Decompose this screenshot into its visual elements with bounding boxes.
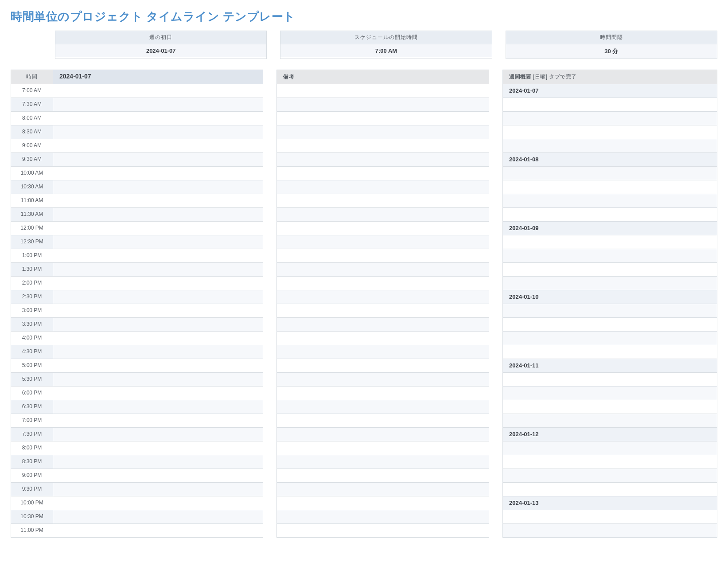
week-day-row[interactable] [503, 469, 717, 483]
notes-row[interactable] [277, 428, 489, 441]
notes-row[interactable] [277, 84, 489, 98]
week-day-row[interactable] [503, 194, 717, 208]
schedule-cell[interactable] [53, 290, 263, 304]
notes-row[interactable] [277, 373, 489, 387]
schedule-cell[interactable] [53, 125, 263, 139]
notes-row[interactable] [277, 153, 489, 167]
schedule-cell[interactable] [53, 428, 263, 441]
week-day-row[interactable] [503, 414, 717, 428]
notes-row[interactable] [277, 345, 489, 359]
schedule-cell[interactable] [53, 496, 263, 510]
notes-row[interactable] [277, 263, 489, 277]
time-label: 4:30 PM [11, 345, 53, 359]
schedule-cell[interactable] [53, 510, 263, 524]
notes-row[interactable] [277, 414, 489, 428]
schedule-cell[interactable] [53, 98, 263, 112]
time-column-header: 時間 [11, 70, 53, 84]
notes-row[interactable] [277, 180, 489, 194]
notes-row[interactable] [277, 510, 489, 524]
week-day-row[interactable] [503, 277, 717, 290]
notes-row[interactable] [277, 125, 489, 139]
table-row: 9:00 AM [11, 139, 263, 153]
schedule-cell[interactable] [53, 84, 263, 98]
notes-row[interactable] [277, 469, 489, 483]
week-day-row[interactable] [503, 400, 717, 414]
week-day-row[interactable] [503, 304, 717, 318]
time-label: 9:00 AM [11, 139, 53, 153]
schedule-cell[interactable] [53, 112, 263, 125]
notes-row[interactable] [277, 400, 489, 414]
week-day-row[interactable] [503, 483, 717, 496]
schedule-cell[interactable] [53, 387, 263, 400]
schedule-cell[interactable] [53, 524, 263, 538]
notes-row[interactable] [277, 98, 489, 112]
week-day-row[interactable] [503, 167, 717, 180]
schedule-cell[interactable] [53, 414, 263, 428]
schedule-cell[interactable] [53, 400, 263, 414]
week-day-row[interactable] [503, 249, 717, 263]
notes-row[interactable] [277, 167, 489, 180]
schedule-cell[interactable] [53, 304, 263, 318]
week-day-row[interactable] [503, 510, 717, 524]
schedule-cell[interactable] [53, 139, 263, 153]
schedule-cell[interactable] [53, 222, 263, 235]
notes-row[interactable] [277, 332, 489, 345]
week-day-row[interactable] [503, 524, 717, 538]
notes-row[interactable] [277, 387, 489, 400]
config-start-time-value: 7:00 AM [280, 44, 491, 57]
notes-row[interactable] [277, 496, 489, 510]
week-day-row[interactable] [503, 345, 717, 359]
week-day-row[interactable] [503, 139, 717, 153]
notes-row[interactable] [277, 318, 489, 332]
schedule-cell[interactable] [53, 194, 263, 208]
notes-row[interactable] [277, 277, 489, 290]
notes-row[interactable] [277, 112, 489, 125]
notes-row[interactable] [277, 304, 489, 318]
schedule-cell[interactable] [53, 235, 263, 249]
week-day-row[interactable] [503, 208, 717, 222]
week-day-row[interactable] [503, 263, 717, 277]
notes-row[interactable] [277, 441, 489, 455]
week-day-row[interactable] [503, 98, 717, 112]
schedule-cell[interactable] [53, 373, 263, 387]
notes-row[interactable] [277, 290, 489, 304]
week-day-row[interactable] [503, 441, 717, 455]
notes-row[interactable] [277, 235, 489, 249]
notes-row[interactable] [277, 359, 489, 373]
schedule-cell[interactable] [53, 180, 263, 194]
notes-row[interactable] [277, 139, 489, 153]
schedule-cell[interactable] [53, 441, 263, 455]
week-day-row[interactable] [503, 318, 717, 332]
schedule-cell[interactable] [53, 359, 263, 373]
schedule-cell[interactable] [53, 167, 263, 180]
schedule-cell[interactable] [53, 153, 263, 167]
schedule-cell[interactable] [53, 208, 263, 222]
notes-row[interactable] [277, 524, 489, 538]
schedule-cell[interactable] [53, 277, 263, 290]
week-day-row[interactable] [503, 125, 717, 139]
time-label: 11:00 PM [11, 524, 53, 538]
notes-row[interactable] [277, 194, 489, 208]
week-day-row[interactable] [503, 235, 717, 249]
week-day-row[interactable] [503, 387, 717, 400]
schedule-cell[interactable] [53, 455, 263, 469]
notes-row[interactable] [277, 249, 489, 263]
schedule-cell[interactable] [53, 318, 263, 332]
week-day-row[interactable] [503, 455, 717, 469]
week-day-row[interactable] [503, 180, 717, 194]
schedule-cell[interactable] [53, 249, 263, 263]
time-label: 10:30 PM [11, 510, 53, 524]
table-row: 3:00 PM [11, 304, 263, 318]
schedule-cell[interactable] [53, 263, 263, 277]
notes-row[interactable] [277, 455, 489, 469]
week-day-row[interactable] [503, 373, 717, 387]
schedule-cell[interactable] [53, 469, 263, 483]
notes-row[interactable] [277, 222, 489, 235]
week-day-row[interactable] [503, 332, 717, 345]
notes-row[interactable] [277, 208, 489, 222]
schedule-cell[interactable] [53, 483, 263, 496]
week-day-row[interactable] [503, 112, 717, 125]
notes-row[interactable] [277, 483, 489, 496]
schedule-cell[interactable] [53, 345, 263, 359]
schedule-cell[interactable] [53, 332, 263, 345]
